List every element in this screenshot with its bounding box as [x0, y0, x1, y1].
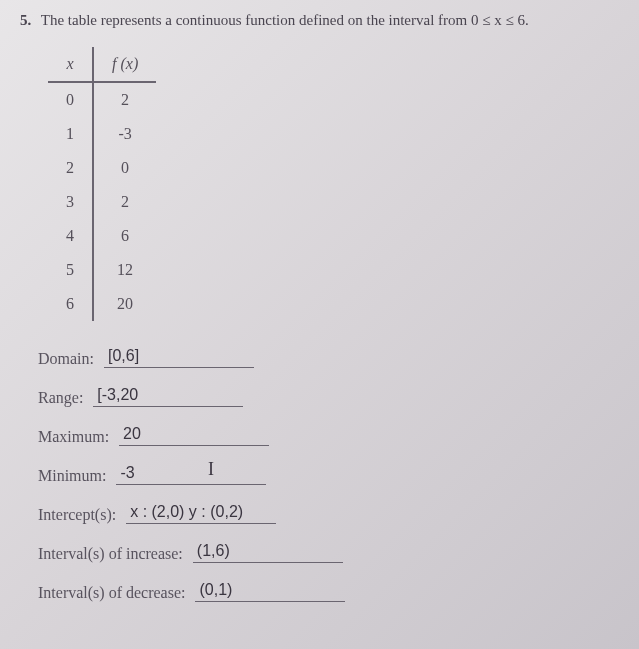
- table-row: 0 2: [48, 82, 156, 117]
- table-row: 5 12: [48, 253, 156, 287]
- domain-row: Domain: [0,6]: [38, 347, 619, 368]
- text-cursor-icon: I: [208, 459, 214, 480]
- header-x: x: [48, 47, 93, 82]
- function-table: x f (x) 0 2 1 -3 2 0 3 2 4 6 5 12 6: [48, 47, 156, 321]
- decrease-row: Interval(s) of decrease: (0,1): [38, 581, 619, 602]
- domain-value[interactable]: [0,6]: [104, 347, 254, 368]
- table-row: 1 -3: [48, 117, 156, 151]
- cell-x: 6: [48, 287, 93, 321]
- cell-x: 5: [48, 253, 93, 287]
- question-body-1: The table represents a continuous functi…: [41, 12, 471, 28]
- cell-fx: 0: [93, 151, 156, 185]
- intercepts-row: Intercept(s): x : (2,0) y : (0,2): [38, 503, 619, 524]
- range-label: Range:: [38, 389, 83, 407]
- question-number: 5.: [20, 12, 31, 28]
- increase-row: Interval(s) of increase: (1,6): [38, 542, 619, 563]
- table-header-row: x f (x): [48, 47, 156, 82]
- table-row: 4 6: [48, 219, 156, 253]
- cell-fx: 6: [93, 219, 156, 253]
- maximum-value[interactable]: 20: [119, 425, 269, 446]
- question-text: 5. The table represents a continuous fun…: [20, 12, 619, 29]
- minimum-value[interactable]: -3: [116, 464, 266, 485]
- cell-x: 3: [48, 185, 93, 219]
- cell-fx: 12: [93, 253, 156, 287]
- table-row: 3 2: [48, 185, 156, 219]
- cell-fx: -3: [93, 117, 156, 151]
- domain-label: Domain:: [38, 350, 94, 368]
- cell-x: 4: [48, 219, 93, 253]
- increase-label: Interval(s) of increase:: [38, 545, 183, 563]
- intercepts-label: Intercept(s):: [38, 506, 116, 524]
- minimum-label: Minimum:: [38, 467, 106, 485]
- range-value[interactable]: [-3,20: [93, 386, 243, 407]
- minimum-row: Minimum: -3: [38, 464, 619, 485]
- cell-fx: 2: [93, 82, 156, 117]
- maximum-row: Maximum: 20: [38, 425, 619, 446]
- cell-fx: 20: [93, 287, 156, 321]
- table-row: 6 20: [48, 287, 156, 321]
- increase-value[interactable]: (1,6): [193, 542, 343, 563]
- decrease-label: Interval(s) of decrease:: [38, 584, 185, 602]
- header-fx: f (x): [93, 47, 156, 82]
- answers-section: Domain: [0,6] Range: [-3,20 Maximum: 20 …: [38, 347, 619, 602]
- maximum-label: Maximum:: [38, 428, 109, 446]
- cell-fx: 2: [93, 185, 156, 219]
- cell-x: 1: [48, 117, 93, 151]
- question-body-2: 0 ≤ x ≤ 6.: [471, 12, 529, 28]
- cell-x: 2: [48, 151, 93, 185]
- decrease-value[interactable]: (0,1): [195, 581, 345, 602]
- cell-x: 0: [48, 82, 93, 117]
- intercepts-value[interactable]: x : (2,0) y : (0,2): [126, 503, 276, 524]
- range-row: Range: [-3,20: [38, 386, 619, 407]
- table-row: 2 0: [48, 151, 156, 185]
